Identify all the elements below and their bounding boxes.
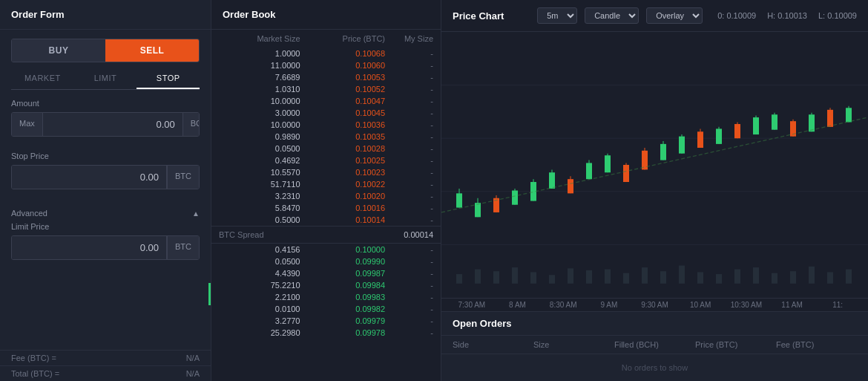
ask-price: 0.10060 (304, 61, 389, 70)
ask-row[interactable]: 0.5000 0.10014 - (211, 214, 441, 226)
svg-rect-33 (512, 191, 518, 205)
ask-row[interactable]: 0.0500 0.10028 - (211, 143, 441, 154)
timeframe-dropdown[interactable]: 5m (537, 7, 577, 24)
svg-rect-61 (772, 114, 777, 129)
ask-price: 0.10025 (304, 156, 389, 165)
ask-size: 1.0000 (219, 49, 304, 58)
svg-rect-15 (660, 271, 666, 284)
ask-row[interactable]: 10.5570 0.10023 - (211, 166, 441, 178)
ask-price: 0.10047 (304, 97, 389, 105)
time-label-4: 9:30 AM (632, 301, 678, 309)
chart-type-dropdown[interactable]: Candle (585, 7, 639, 24)
ask-my-size: - (389, 97, 433, 105)
bid-my-size: - (389, 328, 433, 337)
ask-size: 51.7110 (219, 180, 304, 189)
ask-price: 0.10022 (304, 180, 389, 189)
time-label-7: 11 AM (769, 301, 815, 309)
bid-row[interactable]: 0.0100 0.09982 - (211, 303, 441, 315)
svg-rect-25 (846, 270, 852, 284)
limit-type-button[interactable]: LIMIT (74, 68, 137, 89)
ask-row[interactable]: 3.2310 0.10020 - (211, 190, 441, 202)
svg-rect-12 (605, 270, 611, 284)
bid-price: 0.09982 (304, 305, 389, 313)
svg-rect-14 (642, 267, 648, 284)
ask-my-size: - (389, 168, 433, 177)
ask-my-size: - (389, 203, 433, 212)
buy-button[interactable]: BUY (12, 39, 105, 62)
ask-size: 1.0310 (219, 85, 304, 94)
ask-row[interactable]: 10.0000 0.10047 - (211, 95, 441, 107)
svg-rect-23 (809, 267, 815, 284)
ask-row[interactable]: 1.0310 0.10052 - (211, 83, 441, 95)
svg-rect-69 (846, 108, 852, 122)
chevron-up-icon: ▲ (192, 209, 200, 218)
ask-size: 3.0000 (219, 108, 304, 117)
bid-price: 0.09987 (304, 269, 389, 278)
bid-row[interactable]: 2.2100 0.09983 - (211, 291, 441, 303)
bid-price: 0.09984 (304, 281, 389, 290)
ask-row[interactable]: 0.4692 0.10025 - (211, 154, 441, 166)
fee-row: Fee (BTC) = N/A (0, 350, 211, 365)
bid-price: 0.09990 (304, 257, 389, 266)
ask-row[interactable]: 11.0000 0.10060 - (211, 59, 441, 71)
ask-row[interactable]: 5.8470 0.10016 - (211, 202, 441, 214)
amount-label: Amount (11, 99, 200, 108)
stop-price-input[interactable] (12, 166, 167, 189)
order-type-selector: MARKET LIMIT STOP (11, 68, 200, 90)
ask-my-size: - (389, 180, 433, 189)
time-label-2: 8:30 AM (540, 301, 586, 309)
stop-price-label: Stop Price (11, 152, 200, 160)
bid-my-size: - (389, 316, 433, 325)
svg-rect-21 (772, 273, 777, 284)
order-form-panel: Order Form BUY SELL MARKET LIMIT STOP Am… (0, 0, 211, 381)
buy-sell-toggle: BUY SELL (11, 39, 200, 62)
chart-time-axis: 7:30 AM 8 AM 8:30 AM 9 AM 9:30 AM 10 AM … (441, 298, 868, 311)
ask-row[interactable]: 1.0000 0.10068 - (211, 48, 441, 59)
ask-price: 0.10016 (304, 203, 389, 212)
col-side: Side (453, 340, 533, 349)
bid-row[interactable]: 0.4156 0.10000 - (211, 244, 441, 255)
ask-row[interactable]: 3.0000 0.10045 - (211, 107, 441, 119)
svg-rect-39 (568, 179, 573, 193)
ask-row[interactable]: 0.9890 0.10035 - (211, 131, 441, 143)
overlay-dropdown[interactable]: Overlay (646, 7, 703, 24)
stop-type-button[interactable]: STOP (137, 68, 200, 89)
amount-input[interactable] (43, 113, 183, 136)
ask-price: 0.10020 (304, 192, 389, 201)
svg-rect-45 (623, 165, 629, 182)
market-type-button[interactable]: MARKET (11, 68, 74, 89)
ask-row[interactable]: 51.7110 0.10022 - (211, 178, 441, 190)
time-label-1: 8 AM (495, 301, 541, 309)
svg-rect-22 (790, 271, 796, 284)
limit-price-input[interactable] (12, 236, 167, 259)
bid-size: 3.2770 (219, 316, 304, 325)
fee-value: N/A (186, 354, 200, 362)
chart-controls: 5m Candle Overlay 0: 0.10009 H: 0.10013 … (537, 7, 857, 24)
bid-row[interactable]: 3.2770 0.09979 - (211, 315, 441, 327)
limit-price-section: Limit Price BTC (0, 222, 211, 275)
ask-row[interactable]: 7.6689 0.10053 - (211, 71, 441, 83)
svg-rect-53 (697, 131, 703, 148)
svg-rect-29 (475, 203, 481, 217)
bid-row[interactable]: 75.2210 0.09984 - (211, 279, 441, 291)
svg-rect-49 (660, 144, 666, 160)
sell-button[interactable]: SELL (105, 39, 199, 62)
bid-my-size: - (389, 257, 433, 266)
ask-price: 0.10035 (304, 132, 389, 141)
bid-row[interactable]: 0.0500 0.09990 - (211, 255, 441, 267)
ask-price: 0.10036 (304, 120, 389, 129)
bid-row[interactable]: 25.2980 0.09978 - (211, 327, 441, 339)
time-label-5: 10 AM (677, 301, 723, 309)
bid-size: 0.0100 (219, 305, 304, 313)
svg-rect-57 (734, 124, 740, 138)
order-book-title: Order Book (211, 0, 441, 30)
bid-row[interactable]: 4.4390 0.09987 - (211, 267, 441, 279)
fee-label: Fee (BTC) = (11, 354, 56, 362)
advanced-toggle[interactable]: Advanced ▲ (0, 204, 211, 222)
bid-price: 0.09983 (304, 293, 389, 302)
ask-size: 0.5000 (219, 215, 304, 224)
ask-my-size: - (389, 120, 433, 129)
ask-row[interactable]: 10.0000 0.10036 - (211, 119, 441, 131)
svg-rect-5 (475, 270, 481, 284)
chart-area (441, 32, 868, 298)
